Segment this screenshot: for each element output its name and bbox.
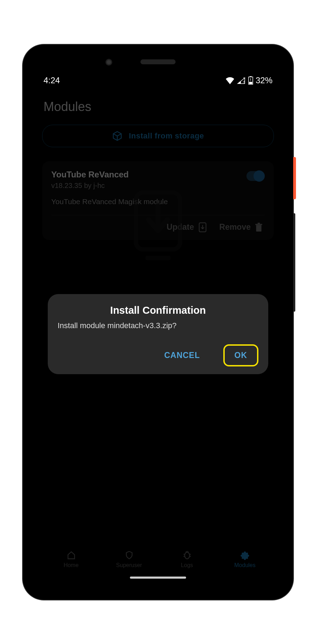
signal-icon: R ! <box>237 77 246 84</box>
module-toggle[interactable] <box>246 171 265 181</box>
nav-home-label: Home <box>64 562 79 568</box>
install-storage-label: Install from storage <box>129 131 204 141</box>
svg-text:!: ! <box>250 78 251 82</box>
cancel-button[interactable]: CANCEL <box>157 346 208 365</box>
speaker-grille <box>140 59 176 64</box>
nav-logs-label: Logs <box>181 562 193 568</box>
nav-logs[interactable]: Logs <box>158 550 216 568</box>
nav-home[interactable]: Home <box>42 550 100 568</box>
svg-rect-11 <box>258 223 260 224</box>
dialog-title: Install Confirmation <box>58 305 258 316</box>
home-icon <box>66 550 76 560</box>
package-icon <box>112 131 123 141</box>
puzzle-icon <box>240 550 250 560</box>
install-confirmation-dialog: Install Confirmation Install module mind… <box>48 294 268 374</box>
battery-percent: 32% <box>256 76 272 85</box>
ok-button[interactable]: OK <box>223 344 259 366</box>
status-time: 4:24 <box>44 76 60 85</box>
screen: 4:24 R ! ! 32% Modules <box>35 69 281 582</box>
download-watermark-icon <box>126 189 190 266</box>
svg-rect-7 <box>145 256 171 260</box>
remove-label: Remove <box>219 222 251 232</box>
svg-rect-4 <box>249 82 252 84</box>
status-icons: R ! ! 32% <box>225 76 272 85</box>
nav-superuser-label: Superuser <box>116 562 142 568</box>
install-from-storage-button[interactable]: Install from storage <box>42 125 274 147</box>
shield-icon <box>124 550 134 560</box>
svg-rect-10 <box>255 224 262 225</box>
volume-button <box>293 213 295 312</box>
download-icon <box>198 222 207 232</box>
remove-button[interactable]: Remove <box>219 222 263 232</box>
wifi-icon <box>225 77 235 84</box>
page-title: Modules <box>35 85 281 125</box>
nav-modules-label: Modules <box>234 562 255 568</box>
phone-frame: 4:24 R ! ! 32% Modules <box>23 45 293 600</box>
svg-rect-9 <box>256 225 261 231</box>
dialog-message: Install module mindetach-v3.3.zip? <box>58 321 258 330</box>
module-title: YouTube ReVanced <box>51 170 265 180</box>
svg-point-12 <box>185 552 190 559</box>
power-button <box>293 157 296 199</box>
nav-modules[interactable]: Modules <box>216 550 274 568</box>
home-indicator[interactable] <box>130 577 186 579</box>
battery-icon: ! <box>248 76 254 85</box>
status-bar: 4:24 R ! ! 32% <box>35 69 281 85</box>
camera-dot <box>105 59 112 66</box>
bug-icon <box>182 550 192 560</box>
trash-icon <box>255 223 263 232</box>
nav-superuser[interactable]: Superuser <box>100 550 158 568</box>
svg-text:!: ! <box>243 80 245 84</box>
